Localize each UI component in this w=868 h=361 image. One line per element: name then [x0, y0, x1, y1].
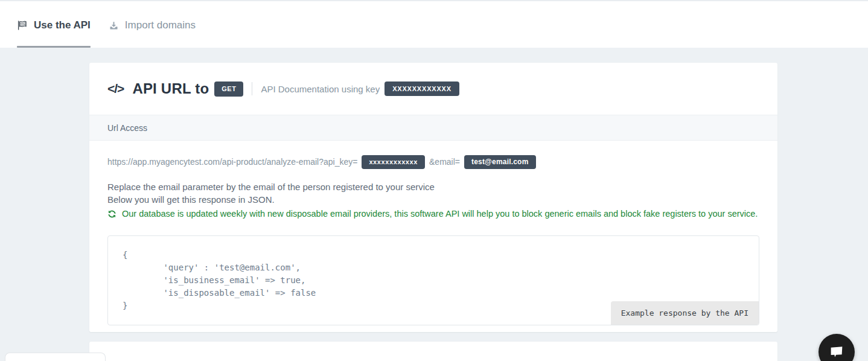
chat-bubble-icon	[828, 343, 846, 361]
code-icon: </>	[107, 81, 124, 96]
next-section-card	[89, 342, 777, 361]
api-card-header: </> API URL to GET API Documentation usi…	[89, 63, 777, 115]
flag-icon	[17, 20, 28, 31]
refresh-icon	[107, 209, 116, 222]
bottom-left-widget[interactable]	[5, 353, 106, 361]
code-caption: Example response by the API	[611, 301, 759, 325]
email-param-badge: test@email.com	[464, 155, 536, 169]
http-method-badge: GET	[214, 81, 243, 97]
tab-use-the-api[interactable]: Use the API	[17, 18, 91, 33]
api-url-row: https://app.myagencytest.com/api-product…	[107, 155, 759, 169]
api-key-badge[interactable]: XXXXXXXXXXXX	[385, 81, 459, 96]
description-line-2: Below you will get this response in JSON…	[107, 193, 759, 206]
tab-label-import-domains: Import domains	[125, 19, 196, 31]
url-access-section-header: Url Access	[89, 115, 777, 141]
api-documentation-link[interactable]: API Documentation using key	[261, 84, 380, 94]
api-card-body: https://app.myagencytest.com/api-product…	[89, 141, 777, 336]
example-response-block: { 'query' : 'test@email.com', 'is_busine…	[107, 235, 759, 325]
card-title: API URL to	[132, 80, 209, 97]
tab-label-use-the-api: Use the API	[34, 19, 91, 31]
url-access-label: Url Access	[107, 123, 147, 133]
api-card: </> API URL to GET API Documentation usi…	[89, 63, 777, 332]
email-param-label: &email=	[429, 157, 460, 167]
description-line-1: Replace the email parameter by the email…	[107, 180, 759, 193]
note-text: Our database is updated weekly with new …	[122, 208, 758, 220]
download-icon	[109, 21, 119, 31]
tab-bar: Use the API Import domains	[0, 0, 868, 48]
database-update-note: Our database is updated weekly with new …	[107, 208, 759, 222]
header-divider	[252, 82, 252, 95]
active-tab-underline	[17, 46, 91, 48]
tab-import-domains[interactable]: Import domains	[109, 18, 196, 33]
chat-widget-button[interactable]	[819, 334, 855, 361]
api-key-param-badge: xxxxxxxxxxxx	[362, 155, 425, 169]
api-url-text: https://app.myagencytest.com/api-product…	[107, 157, 357, 167]
